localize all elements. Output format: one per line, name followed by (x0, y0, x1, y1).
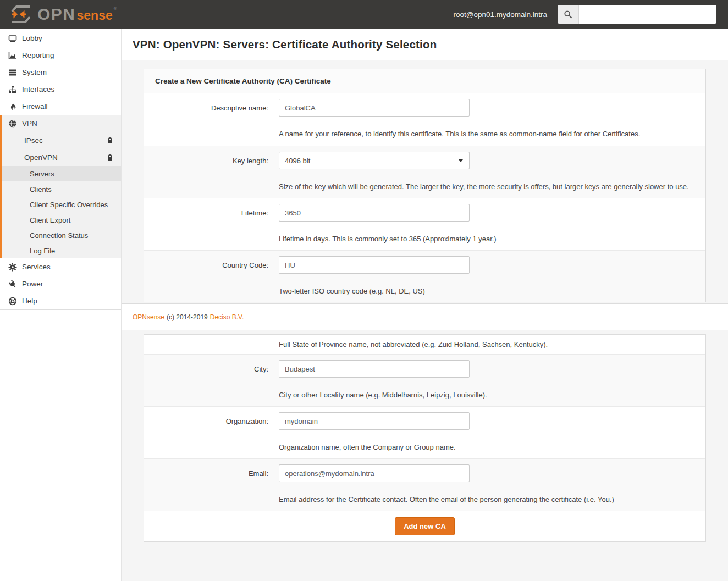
sidebar-item-label: OpenVPN (24, 153, 58, 162)
sidebar-item-ipsec[interactable]: IPsec (2, 132, 121, 149)
sidebar-item-reporting[interactable]: Reporting (0, 47, 121, 64)
form-actions-row: Add new CA (144, 511, 705, 541)
field-label (144, 335, 278, 354)
sidebar-item-label: Interfaces (22, 85, 54, 93)
sidebar-item-label: Client Export (30, 216, 70, 224)
sidebar-vpn-section: VPN IPsec OpenVPN (0, 115, 121, 258)
lock-icon (107, 137, 113, 144)
sidebar-item-label: Services (22, 263, 51, 271)
sidebar-item-lobby[interactable]: Lobby (0, 30, 121, 47)
sidebar-item-label: Servers (30, 170, 54, 178)
add-new-ca-button[interactable]: Add new CA (395, 517, 455, 535)
field-label: Descriptive name: (144, 93, 278, 146)
field-help-text: Two-letter ISO country code (e.g. NL, DE… (279, 287, 694, 295)
sidebar: Lobby Reporting System (0, 29, 122, 581)
sidebar-item-vpn[interactable]: VPN (2, 115, 121, 132)
sidebar-item-label: Help (22, 297, 37, 305)
sidebar-item-label: System (22, 68, 47, 76)
page-title-bar: VPN: OpenVPN: Servers: Certificate Autho… (122, 29, 728, 60)
sidebar-item-label: IPsec (24, 136, 43, 145)
sidebar-item-client-export[interactable]: Client Export (2, 212, 121, 228)
sidebar-item-label: Firewall (22, 102, 48, 110)
lock-icon (107, 154, 113, 161)
sidebar-item-label: Lobby (22, 34, 42, 42)
header-right: root@opn01.mydomain.intra (453, 5, 728, 24)
brand-prefix: OPN (37, 6, 76, 23)
logged-in-user: root@opn01.mydomain.intra (453, 10, 547, 19)
search-input[interactable] (579, 5, 716, 24)
sidebar-item-help[interactable]: Help (0, 292, 121, 309)
field-row-lifetime: Lifetime: Lifetime in days. This is comm… (144, 198, 705, 250)
search-button[interactable] (558, 5, 579, 24)
country-code-input[interactable] (279, 256, 470, 274)
global-search (558, 5, 716, 24)
email-input[interactable] (279, 464, 470, 482)
opnsense-logo[interactable]: OPN sense ® (0, 5, 117, 24)
sidebar-item-log-file[interactable]: Log File (2, 243, 121, 258)
services-gear-icon (7, 263, 19, 272)
field-label: Organization: (144, 407, 278, 458)
field-help-text: City or other Locality name (e.g. Middel… (279, 391, 694, 399)
firewall-icon (7, 102, 19, 111)
city-input[interactable] (279, 360, 470, 378)
sidebar-item-client-specific-overrides[interactable]: Client Specific Overrides (2, 197, 121, 212)
sidebar-item-openvpn[interactable]: OpenVPN (2, 149, 121, 166)
field-row-organization: Organization: Organization name, often t… (144, 406, 705, 458)
page-title: VPN: OpenVPN: Servers: Certificate Autho… (133, 38, 437, 51)
field-row-descriptive-name: Descriptive name: A name for your refere… (144, 93, 705, 146)
ca-form-panel-bottom: Full State of Province name, not abbrevi… (144, 334, 706, 542)
sidebar-item-system[interactable]: System (0, 64, 121, 81)
panel-heading: Create a New Certificate Authority (CA) … (144, 69, 705, 93)
field-row-country-code: Country Code: Two-letter ISO country cod… (144, 250, 705, 302)
opnsense-app: OPN sense ® root@opn01.mydomain.intra (0, 0, 728, 581)
app-footer: OPNsense (c) 2014-2019 Deciso B.V. (122, 303, 728, 330)
sidebar-item-services[interactable]: Services (0, 258, 121, 275)
opnsense-footer-link[interactable]: OPNsense (133, 313, 164, 321)
reporting-icon (7, 51, 19, 60)
descriptive-name-input[interactable] (279, 99, 470, 117)
brand-text: OPN sense ® (37, 6, 117, 23)
field-label: Lifetime: (144, 198, 278, 250)
sidebar-item-connection-status[interactable]: Connection Status (2, 228, 121, 243)
sidebar-item-label: Reporting (22, 51, 54, 59)
field-row-key-length: Key length: 4096 bit Size of the key whi… (144, 146, 705, 198)
ca-form-panel-top: Create a New Certificate Authority (CA) … (144, 69, 706, 302)
key-length-select[interactable]: 4096 bit (279, 152, 470, 169)
sidebar-item-power[interactable]: Power (0, 275, 121, 292)
help-lifering-icon (7, 297, 19, 306)
copyright-text: (c) 2014-2019 (167, 313, 208, 321)
lifetime-input[interactable] (279, 204, 470, 222)
field-row-state-help: Full State of Province name, not abbrevi… (144, 335, 705, 354)
field-row-email: Email: Email address for the Certificate… (144, 458, 705, 511)
sidebar-item-label: Connection Status (30, 231, 88, 240)
organization-input[interactable] (279, 412, 470, 430)
form-lower-area: Full State of Province name, not abbrevi… (122, 330, 728, 581)
sidebar-item-servers[interactable]: Servers (2, 166, 121, 181)
field-label: Key length: (144, 146, 278, 198)
interfaces-icon (7, 85, 19, 94)
system-icon (7, 68, 19, 77)
sidebar-item-firewall[interactable]: Firewall (0, 98, 121, 115)
field-help-text: A name for your reference, to identify t… (279, 130, 694, 138)
deciso-footer-link[interactable]: Deciso B.V. (210, 313, 244, 321)
key-length-selected-value: 4096 bit (285, 157, 310, 165)
field-label: Email: (144, 459, 278, 511)
sidebar-menu: Lobby Reporting System (0, 29, 121, 310)
main-content: VPN: OpenVPN: Servers: Certificate Autho… (122, 29, 728, 581)
sidebar-item-clients[interactable]: Clients (2, 181, 121, 197)
power-plug-icon (7, 280, 19, 289)
top-header: OPN sense ® root@opn01.mydomain.intra (0, 0, 728, 29)
field-row-city: City: City or other Locality name (e.g. … (144, 354, 705, 406)
sidebar-item-label: Log File (30, 247, 55, 255)
caret-down-icon (459, 159, 463, 162)
brand-suffix: sense (77, 9, 113, 22)
sidebar-item-label: VPN (22, 119, 37, 128)
sidebar-item-interfaces[interactable]: Interfaces (0, 81, 121, 98)
field-help-text: Size of the key which will be generated.… (279, 182, 694, 191)
lobby-icon (7, 34, 19, 43)
sidebar-item-label: Clients (30, 185, 52, 193)
field-help-text: Email address for the Certificate contac… (279, 495, 694, 503)
form-upper-area: Create a New Certificate Authority (CA) … (122, 60, 728, 303)
field-label: Country Code: (144, 251, 278, 302)
field-label: City: (144, 355, 278, 406)
